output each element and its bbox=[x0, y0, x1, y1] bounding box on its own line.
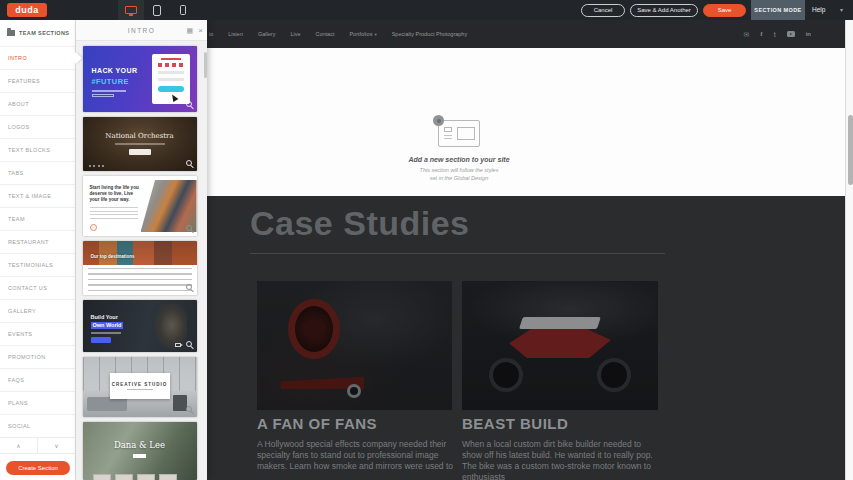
scroll-up-button[interactable]: ∧ bbox=[0, 438, 38, 453]
create-section-button[interactable]: Create Section bbox=[6, 461, 70, 475]
save-and-add-another-button[interactable]: Save & Add Another bbox=[630, 4, 698, 17]
article-body: When a local custom dirt bike builder ne… bbox=[462, 439, 659, 480]
studio-card: CREATIVE STUDIO bbox=[110, 373, 170, 399]
magnifier-icon[interactable] bbox=[186, 341, 192, 347]
sidebar-item-features[interactable]: FEATURES bbox=[0, 69, 75, 92]
site-nav-items: io Listen Gallery Live Contact Portfolio… bbox=[209, 20, 467, 48]
section-thumb-top-destinations[interactable]: Our top destinations bbox=[83, 241, 197, 295]
close-icon[interactable]: × bbox=[198, 20, 203, 41]
sidebar-item-text-image[interactable]: TEXT & IMAGE bbox=[0, 184, 75, 207]
canvas-scrollbar[interactable] bbox=[845, 20, 853, 480]
section-thumb-national-orchestra[interactable]: National Orchestra bbox=[83, 117, 197, 171]
article-title: A FAN OF FANS bbox=[257, 415, 377, 432]
mobile-icon bbox=[180, 5, 186, 15]
destinations-photo bbox=[83, 241, 197, 265]
article-body: A Hollywood special effects company need… bbox=[257, 439, 454, 472]
chevron-down-icon: ▾ bbox=[374, 32, 376, 37]
magnifier-icon[interactable] bbox=[186, 225, 192, 231]
chevron-down-icon: ∨ bbox=[54, 442, 58, 449]
carousel-dots bbox=[89, 165, 105, 167]
sidebar-item-tabs[interactable]: TABS bbox=[0, 161, 75, 184]
folder-icon bbox=[7, 30, 15, 36]
magnifier-icon[interactable] bbox=[186, 160, 192, 166]
panel-header: INTRO ▦ × bbox=[76, 20, 207, 41]
nav-item-gallery[interactable]: Gallery bbox=[258, 31, 275, 37]
thumb-button bbox=[129, 149, 151, 155]
email-icon[interactable]: ✉ bbox=[743, 31, 749, 38]
desktop-view-button[interactable] bbox=[118, 0, 144, 20]
sidebar-item-events[interactable]: EVENTS bbox=[0, 322, 75, 345]
placeholder-title: Add a new section to your site bbox=[379, 156, 539, 163]
section-previews-panel: INTRO ▦ × HACK YOUR #FUTURE bbox=[76, 20, 207, 480]
thumb-button bbox=[133, 454, 146, 458]
cancel-button[interactable]: Cancel bbox=[581, 4, 625, 17]
article-title: BEAST BUILD bbox=[462, 415, 568, 432]
mobile-view-button[interactable] bbox=[170, 0, 196, 20]
facebook-icon[interactable]: f bbox=[760, 31, 762, 38]
section-thumb-dana-and-lee[interactable]: Dana & Lee bbox=[83, 422, 197, 480]
device-switcher bbox=[118, 0, 196, 20]
sidebar-item-testimonials[interactable]: TESTIMONIALS bbox=[0, 253, 75, 276]
orange-arrow-icon: › bbox=[90, 224, 97, 231]
section-thumb-hack-your-future[interactable]: HACK YOUR #FUTURE bbox=[83, 46, 197, 112]
magnifier-icon[interactable] bbox=[186, 406, 192, 412]
nav-item-specialty[interactable]: Specialty Product Photography bbox=[392, 31, 468, 37]
sidebar-item-restaurant[interactable]: RESTAURANT bbox=[0, 230, 75, 253]
thumb-button bbox=[91, 337, 111, 343]
sidebar-item-about[interactable]: ABOUT bbox=[0, 92, 75, 115]
linkedin-icon[interactable]: in bbox=[806, 31, 811, 38]
sidebar-item-contact-us[interactable]: CONTACT US bbox=[0, 276, 75, 299]
sidebar-item-gallery[interactable]: GALLERY bbox=[0, 299, 75, 322]
add-section-placeholder[interactable]: Add a new section to your site This sect… bbox=[379, 120, 539, 182]
sidebar-item-team[interactable]: TEAM bbox=[0, 207, 75, 230]
scroll-down-button[interactable]: ∨ bbox=[38, 438, 75, 453]
section-thumb-build-your-own-world[interactable]: Build Your Own World bbox=[83, 300, 197, 352]
gallery-strip bbox=[93, 474, 177, 480]
youtube-icon[interactable] bbox=[787, 31, 795, 37]
sidebar-item-logos[interactable]: LOGOS bbox=[0, 115, 75, 138]
sections-sidebar: TEAM SECTIONS INTRO FEATURES ABOUT LOGOS… bbox=[0, 20, 76, 480]
nav-item-live[interactable]: Live bbox=[290, 31, 300, 37]
sidebar-item-intro[interactable]: INTRO bbox=[0, 46, 75, 69]
section-thumb-start-living[interactable]: Start living the life you deserve to liv… bbox=[83, 176, 197, 236]
thumbnail-list: HACK YOUR #FUTURE National Orchestra bbox=[76, 41, 203, 480]
nav-item-contact[interactable]: Contact bbox=[315, 31, 334, 37]
twitter-icon[interactable]: t bbox=[774, 31, 776, 38]
section-thumb-creative-studio[interactable]: CREATIVE STUDIO bbox=[83, 357, 197, 417]
sidebar-header: TEAM SECTIONS bbox=[0, 20, 75, 46]
sidebar-header-label: TEAM SECTIONS bbox=[19, 30, 69, 36]
nav-item-listen[interactable]: Listen bbox=[228, 31, 243, 37]
help-menu[interactable]: Help bbox=[812, 0, 825, 20]
nav-item-clipped[interactable]: io bbox=[209, 31, 213, 37]
nav-item-portfolios[interactable]: Portfolios▾ bbox=[349, 31, 376, 37]
caret-down-icon[interactable]: ▾ bbox=[840, 0, 843, 20]
sidebar-item-plans[interactable]: PLANS bbox=[0, 391, 75, 414]
sidebar-item-faqs[interactable]: FAQS bbox=[0, 368, 75, 391]
panel-scrollbar-thumb[interactable] bbox=[204, 52, 207, 78]
heading-divider bbox=[250, 253, 665, 254]
insert-point-dot-icon[interactable] bbox=[433, 115, 444, 126]
case-study-image-fan[interactable] bbox=[257, 281, 452, 410]
sidebar-item-social[interactable]: SOCIAL bbox=[0, 414, 75, 437]
sidebar-item-promotion[interactable]: PROMOTION bbox=[0, 345, 75, 368]
video-icon bbox=[175, 343, 181, 347]
sidebar-item-text-blocks[interactable]: TEXT BLOCKS bbox=[0, 138, 75, 161]
section-mode-badge: SECTION MODE bbox=[751, 0, 805, 20]
case-studies-heading: Case Studies bbox=[250, 204, 470, 243]
duda-logo: duda bbox=[7, 3, 47, 17]
desktop-icon bbox=[125, 6, 137, 14]
canvas-scrollbar-thumb[interactable] bbox=[848, 115, 853, 185]
social-icons: ✉ f t in bbox=[743, 20, 811, 48]
placeholder-subtitle: This section will follow the styles set … bbox=[379, 166, 539, 182]
editor-stage: duda Cancel Save & Add Another Save SECT… bbox=[0, 0, 853, 480]
tablet-view-button[interactable] bbox=[144, 0, 170, 20]
cta-button bbox=[158, 86, 184, 92]
sidebar-pager: ∧ ∨ bbox=[0, 437, 75, 454]
magnifier-icon[interactable] bbox=[186, 284, 192, 290]
grid-view-icon[interactable]: ▦ bbox=[186, 20, 193, 41]
section-placeholder-icon bbox=[438, 120, 480, 147]
destinations-table bbox=[88, 268, 192, 291]
case-study-image-bike[interactable] bbox=[462, 281, 658, 410]
save-button[interactable]: Save bbox=[703, 4, 746, 17]
magnifier-icon[interactable] bbox=[186, 101, 192, 107]
